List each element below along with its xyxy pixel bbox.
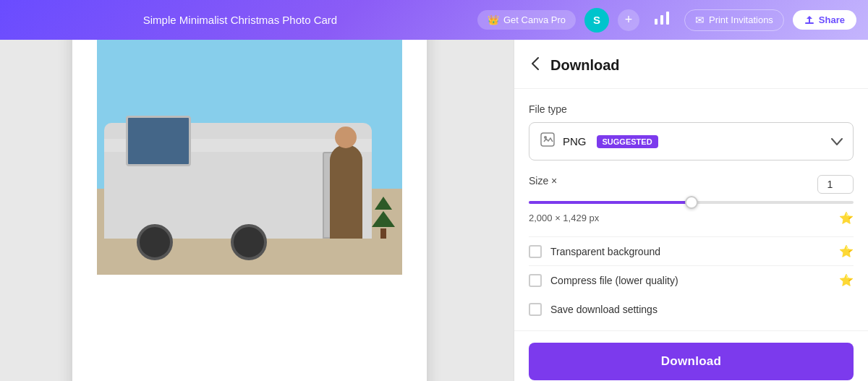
size-input[interactable] — [817, 175, 854, 194]
svg-point-5 — [544, 136, 547, 139]
app-header: Simple Minimalist Christmas Photo Card 👑… — [0, 0, 868, 40]
crown-icon: 👑 — [488, 14, 499, 25]
transparent-bg-label: Transparent background — [550, 246, 830, 257]
analytics-icon[interactable] — [648, 9, 676, 31]
slider-thumb[interactable] — [685, 196, 698, 209]
size-dimensions: 2,000 × 1,429 px ⭐ — [529, 211, 854, 225]
panel-header: Download — [514, 40, 868, 89]
print-invitations-button[interactable]: ✉ Print Invitations — [684, 9, 784, 31]
svg-rect-0 — [655, 19, 658, 25]
main-area: MERRY CHRISTMAS — [0, 40, 868, 381]
download-button[interactable]: Download — [529, 343, 854, 380]
pro-star-transparent: ⭐ — [839, 244, 854, 258]
add-button[interactable]: + — [618, 9, 639, 31]
file-type-icon — [540, 132, 556, 151]
envelope-icon: ✉ — [695, 14, 705, 27]
back-button[interactable] — [529, 54, 542, 77]
chevron-down-icon — [831, 135, 843, 148]
svg-rect-1 — [660, 15, 663, 25]
get-canva-pro-button[interactable]: 👑 Get Canva Pro — [477, 10, 576, 30]
transparent-bg-row: Transparent background ⭐ — [529, 236, 854, 265]
document-title: Simple Minimalist Christmas Photo Card — [12, 14, 469, 26]
suggested-badge: SUGGESTED — [597, 135, 658, 148]
pro-star-dimensions: ⭐ — [839, 211, 854, 225]
file-type-value: PNG — [563, 135, 587, 147]
slider-fill — [529, 201, 692, 204]
share-button[interactable]: Share — [793, 10, 856, 30]
slider-container — [529, 201, 854, 204]
file-type-label: File type — [529, 103, 854, 115]
file-type-dropdown[interactable]: PNG SUGGESTED — [529, 122, 854, 160]
compress-checkbox[interactable] — [529, 274, 542, 287]
avatar[interactable]: S — [584, 8, 609, 33]
download-panel: Download File type PNG SUGGESTED Size × — [514, 40, 868, 381]
size-section: Size × 2,000 × 1,429 px ⭐ — [529, 175, 854, 225]
transparent-bg-checkbox[interactable] — [529, 245, 542, 258]
svg-rect-3 — [805, 22, 814, 24]
compress-row: Compress file (lower quality) ⭐ — [529, 265, 854, 294]
save-settings-label: Save download settings — [550, 304, 658, 315]
pro-star-compress: ⭐ — [839, 273, 854, 287]
size-label: Size × — [529, 175, 557, 187]
svg-rect-2 — [666, 12, 669, 25]
photo-area — [97, 40, 401, 275]
design-card: MERRY CHRISTMAS — [72, 40, 427, 381]
panel-body: File type PNG SUGGESTED Size × — [514, 89, 868, 330]
save-settings-checkbox[interactable] — [529, 303, 542, 316]
canvas-area: MERRY CHRISTMAS — [0, 40, 514, 381]
panel-footer: Download — [514, 330, 868, 381]
compress-label: Compress file (lower quality) — [550, 275, 830, 286]
save-settings-row: Save download settings — [529, 294, 854, 316]
panel-title: Download — [550, 57, 620, 74]
size-header: Size × — [529, 175, 854, 194]
